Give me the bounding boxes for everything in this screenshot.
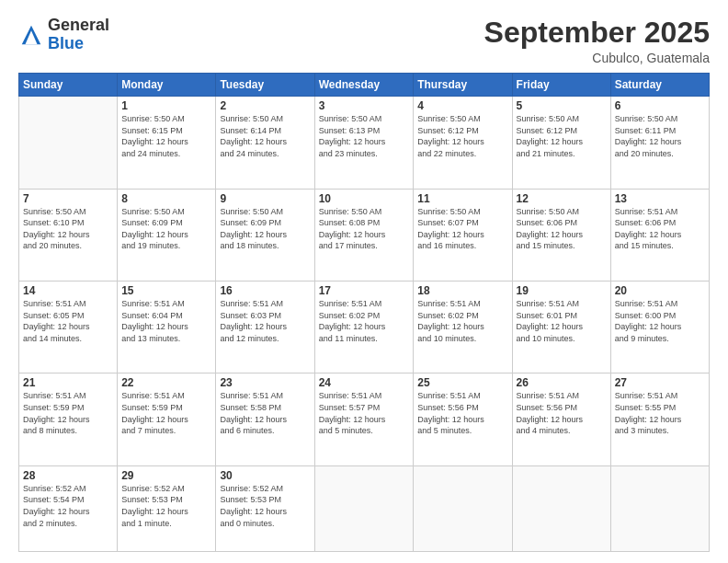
day-number: 28	[23, 469, 113, 482]
day-info: Sunrise: 5:52 AM Sunset: 5:54 PM Dayligh…	[23, 483, 113, 529]
day-number: 6	[615, 99, 705, 112]
calendar-cell: 14Sunrise: 5:51 AM Sunset: 6:05 PM Dayli…	[19, 282, 118, 373]
day-number: 18	[417, 284, 507, 297]
calendar-cell	[19, 97, 118, 189]
day-number: 23	[220, 376, 310, 389]
calendar-cell: 1Sunrise: 5:50 AM Sunset: 6:15 PM Daylig…	[118, 97, 216, 189]
calendar-cell: 4Sunrise: 5:50 AM Sunset: 6:12 PM Daylig…	[414, 97, 512, 189]
calendar-cell: 24Sunrise: 5:51 AM Sunset: 5:57 PM Dayli…	[314, 373, 414, 465]
day-info: Sunrise: 5:50 AM Sunset: 6:08 PM Dayligh…	[319, 206, 410, 252]
calendar-cell	[314, 465, 414, 551]
day-number: 12	[517, 192, 607, 205]
day-number: 20	[615, 284, 705, 297]
day-info: Sunrise: 5:52 AM Sunset: 5:53 PM Dayligh…	[121, 483, 211, 529]
day-number: 25	[417, 376, 507, 389]
calendar-cell: 21Sunrise: 5:51 AM Sunset: 5:59 PM Dayli…	[19, 373, 118, 465]
calendar-cell: 19Sunrise: 5:51 AM Sunset: 6:01 PM Dayli…	[512, 282, 610, 373]
weekday-header: Saturday	[610, 74, 709, 97]
page: General Blue September 2025 Cubulco, Gua…	[0, 0, 728, 563]
day-info: Sunrise: 5:51 AM Sunset: 6:05 PM Dayligh…	[23, 298, 113, 344]
title-block: September 2025 Cubulco, Guatemala	[484, 17, 710, 65]
day-number: 24	[319, 376, 410, 389]
day-number: 2	[220, 99, 310, 112]
calendar-week-row: 21Sunrise: 5:51 AM Sunset: 5:59 PM Dayli…	[19, 373, 710, 465]
calendar-cell: 28Sunrise: 5:52 AM Sunset: 5:54 PM Dayli…	[19, 465, 118, 551]
day-info: Sunrise: 5:50 AM Sunset: 6:14 PM Dayligh…	[220, 113, 310, 159]
logo-text: General Blue	[48, 17, 109, 53]
day-number: 27	[615, 376, 705, 389]
logo: General Blue	[18, 17, 109, 53]
calendar-cell: 17Sunrise: 5:51 AM Sunset: 6:02 PM Dayli…	[314, 282, 414, 373]
day-info: Sunrise: 5:50 AM Sunset: 6:11 PM Dayligh…	[615, 113, 705, 159]
day-number: 22	[121, 376, 211, 389]
day-info: Sunrise: 5:50 AM Sunset: 6:09 PM Dayligh…	[121, 206, 211, 252]
day-number: 29	[121, 469, 211, 482]
logo-blue: Blue	[48, 34, 84, 52]
calendar-cell: 30Sunrise: 5:52 AM Sunset: 5:53 PM Dayli…	[216, 465, 314, 551]
calendar-week-row: 7Sunrise: 5:50 AM Sunset: 6:10 PM Daylig…	[19, 189, 710, 281]
calendar-table: SundayMondayTuesdayWednesdayThursdayFrid…	[18, 73, 710, 552]
day-number: 30	[220, 469, 310, 482]
day-info: Sunrise: 5:51 AM Sunset: 5:55 PM Dayligh…	[615, 390, 705, 436]
day-info: Sunrise: 5:51 AM Sunset: 5:56 PM Dayligh…	[417, 390, 507, 436]
header: General Blue September 2025 Cubulco, Gua…	[18, 17, 710, 65]
weekday-header-row: SundayMondayTuesdayWednesdayThursdayFrid…	[19, 74, 710, 97]
weekday-header: Monday	[118, 74, 216, 97]
calendar-cell	[610, 465, 709, 551]
weekday-header: Tuesday	[216, 74, 314, 97]
day-info: Sunrise: 5:50 AM Sunset: 6:12 PM Dayligh…	[517, 113, 607, 159]
calendar-cell: 16Sunrise: 5:51 AM Sunset: 6:03 PM Dayli…	[216, 282, 314, 373]
day-info: Sunrise: 5:50 AM Sunset: 6:12 PM Dayligh…	[417, 113, 507, 159]
day-info: Sunrise: 5:51 AM Sunset: 6:01 PM Dayligh…	[517, 298, 607, 344]
day-info: Sunrise: 5:51 AM Sunset: 5:57 PM Dayligh…	[319, 390, 410, 436]
calendar-week-row: 28Sunrise: 5:52 AM Sunset: 5:54 PM Dayli…	[19, 465, 710, 551]
day-info: Sunrise: 5:50 AM Sunset: 6:09 PM Dayligh…	[220, 206, 310, 252]
day-number: 4	[417, 99, 507, 112]
weekday-header: Friday	[512, 74, 610, 97]
day-number: 16	[220, 284, 310, 297]
day-number: 17	[319, 284, 410, 297]
day-number: 13	[615, 192, 705, 205]
calendar-cell: 6Sunrise: 5:50 AM Sunset: 6:11 PM Daylig…	[610, 97, 709, 189]
day-info: Sunrise: 5:51 AM Sunset: 6:02 PM Dayligh…	[319, 298, 410, 344]
day-info: Sunrise: 5:51 AM Sunset: 5:59 PM Dayligh…	[121, 390, 211, 436]
calendar-cell: 26Sunrise: 5:51 AM Sunset: 5:56 PM Dayli…	[512, 373, 610, 465]
calendar-cell: 22Sunrise: 5:51 AM Sunset: 5:59 PM Dayli…	[118, 373, 216, 465]
calendar-week-row: 1Sunrise: 5:50 AM Sunset: 6:15 PM Daylig…	[19, 97, 710, 189]
calendar-cell: 27Sunrise: 5:51 AM Sunset: 5:55 PM Dayli…	[610, 373, 709, 465]
day-number: 1	[121, 99, 211, 112]
month-title: September 2025	[484, 17, 710, 49]
day-number: 26	[517, 376, 607, 389]
calendar-cell: 10Sunrise: 5:50 AM Sunset: 6:08 PM Dayli…	[314, 189, 414, 281]
day-number: 11	[417, 192, 507, 205]
day-info: Sunrise: 5:51 AM Sunset: 6:02 PM Dayligh…	[417, 298, 507, 344]
calendar-cell: 12Sunrise: 5:50 AM Sunset: 6:06 PM Dayli…	[512, 189, 610, 281]
calendar-cell: 8Sunrise: 5:50 AM Sunset: 6:09 PM Daylig…	[118, 189, 216, 281]
calendar-cell: 13Sunrise: 5:51 AM Sunset: 6:06 PM Dayli…	[610, 189, 709, 281]
day-number: 21	[23, 376, 113, 389]
calendar-cell: 18Sunrise: 5:51 AM Sunset: 6:02 PM Dayli…	[414, 282, 512, 373]
day-number: 19	[517, 284, 607, 297]
location: Cubulco, Guatemala	[484, 51, 710, 65]
day-number: 5	[517, 99, 607, 112]
weekday-header: Wednesday	[314, 74, 414, 97]
calendar-cell: 23Sunrise: 5:51 AM Sunset: 5:58 PM Dayli…	[216, 373, 314, 465]
calendar-cell: 15Sunrise: 5:51 AM Sunset: 6:04 PM Dayli…	[118, 282, 216, 373]
calendar-cell	[414, 465, 512, 551]
day-number: 9	[220, 192, 310, 205]
logo-icon	[18, 22, 44, 48]
day-info: Sunrise: 5:51 AM Sunset: 6:03 PM Dayligh…	[220, 298, 310, 344]
day-info: Sunrise: 5:50 AM Sunset: 6:15 PM Dayligh…	[121, 113, 211, 159]
calendar-cell: 7Sunrise: 5:50 AM Sunset: 6:10 PM Daylig…	[19, 189, 118, 281]
day-info: Sunrise: 5:50 AM Sunset: 6:10 PM Dayligh…	[23, 206, 113, 252]
day-number: 8	[121, 192, 211, 205]
weekday-header: Thursday	[414, 74, 512, 97]
day-info: Sunrise: 5:51 AM Sunset: 5:56 PM Dayligh…	[517, 390, 607, 436]
calendar-cell: 2Sunrise: 5:50 AM Sunset: 6:14 PM Daylig…	[216, 97, 314, 189]
calendar-cell: 20Sunrise: 5:51 AM Sunset: 6:00 PM Dayli…	[610, 282, 709, 373]
logo-general: General	[48, 16, 109, 34]
day-info: Sunrise: 5:50 AM Sunset: 6:13 PM Dayligh…	[319, 113, 410, 159]
calendar-cell: 25Sunrise: 5:51 AM Sunset: 5:56 PM Dayli…	[414, 373, 512, 465]
day-info: Sunrise: 5:50 AM Sunset: 6:06 PM Dayligh…	[517, 206, 607, 252]
calendar-cell: 11Sunrise: 5:50 AM Sunset: 6:07 PM Dayli…	[414, 189, 512, 281]
